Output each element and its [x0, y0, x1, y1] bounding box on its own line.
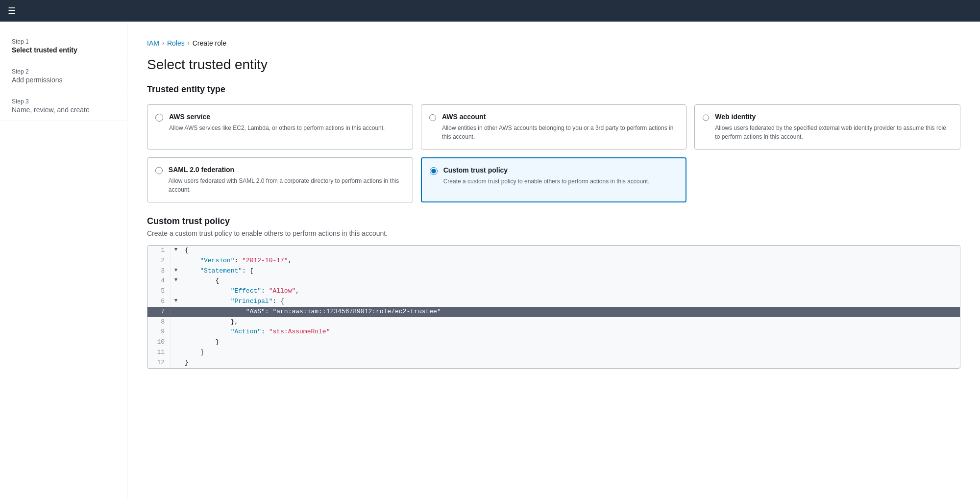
step-3-item[interactable]: Step 3 Name, review, and create: [0, 91, 127, 121]
line-code: "Principal": {: [181, 297, 288, 307]
card-aws-service-content: AWS service Allow AWS services like EC2,…: [169, 113, 385, 132]
card-aws-service-desc: Allow AWS services like EC2, Lambda, or …: [169, 124, 385, 132]
card-web-identity-title: Web identity: [715, 113, 952, 121]
breadcrumb-iam[interactable]: IAM: [147, 39, 159, 47]
radio-aws-service[interactable]: [155, 114, 163, 122]
custom-policy-section: Custom trust policy Create a custom trus…: [147, 216, 960, 369]
line-code: "AWS": "arn:aws:iam::123456789012:role/e…: [181, 307, 445, 317]
line-code: }: [181, 337, 223, 348]
step-2-num: Step 2: [12, 68, 115, 75]
entity-type-heading: Trusted entity type: [147, 84, 960, 95]
card-web-identity-content: Web identity Allows users federated by t…: [715, 113, 952, 141]
radio-aws-account[interactable]: [429, 114, 436, 122]
line-code: "Statement": [: [181, 266, 257, 276]
line-code: "Action": "sts:AssumeRole": [181, 327, 334, 337]
step-3-title: Name, review, and create: [12, 106, 115, 114]
step-1-item[interactable]: Step 1 Select trusted entity: [0, 31, 127, 61]
line-number: 7: [147, 307, 171, 317]
step-1-title: Select trusted entity: [12, 46, 115, 54]
card-saml-title: SAML 2.0 federation: [169, 166, 405, 174]
line-expand-icon[interactable]: [171, 256, 181, 266]
line-expand-icon[interactable]: [171, 317, 181, 327]
custom-policy-title: Custom trust policy: [147, 216, 960, 226]
line-expand-icon[interactable]: [171, 286, 181, 297]
code-line-5: 5 "Effect": "Allow",: [147, 286, 960, 297]
code-line-2: 2 "Version": "2012-10-17",: [147, 256, 960, 266]
code-line-3: 3▼ "Statement": [: [147, 266, 960, 276]
card-saml-desc: Allow users federated with SAML 2.0 from…: [169, 176, 405, 194]
custom-policy-desc: Create a custom trust policy to enable o…: [147, 229, 960, 237]
line-number: 2: [147, 256, 171, 266]
code-editor[interactable]: 1▼{2 "Version": "2012-10-17",3▼ "Stateme…: [147, 245, 960, 369]
line-number: 8: [147, 317, 171, 327]
line-number: 10: [147, 337, 171, 348]
step-2-item[interactable]: Step 2 Add permissions: [0, 61, 127, 91]
page-title: Select trusted entity: [147, 57, 960, 73]
line-expand-icon[interactable]: [171, 307, 181, 317]
card-aws-account-content: AWS account Allow entities in other AWS …: [442, 113, 678, 141]
line-number: 9: [147, 327, 171, 337]
step-1-num: Step 1: [12, 38, 115, 45]
line-number: 1: [147, 246, 171, 256]
line-code: {: [181, 246, 193, 256]
step-3-num: Step 3: [12, 98, 115, 105]
line-expand-icon[interactable]: ▼: [171, 276, 181, 286]
breadcrumb: IAM › Roles › Create role: [147, 33, 960, 57]
card-aws-account[interactable]: AWS account Allow entities in other AWS …: [421, 104, 687, 150]
line-code: "Version": "2012-10-17",: [181, 256, 295, 266]
card-custom-trust[interactable]: Custom trust policy Create a custom trus…: [421, 157, 687, 202]
line-code: },: [181, 317, 242, 327]
code-line-8: 8 },: [147, 317, 960, 327]
breadcrumb-current: Create role: [193, 39, 226, 47]
line-expand-icon[interactable]: [171, 348, 181, 358]
code-line-1: 1▼{: [147, 246, 960, 256]
card-custom-trust-title: Custom trust policy: [443, 166, 650, 174]
card-saml[interactable]: SAML 2.0 federation Allow users federate…: [147, 157, 413, 202]
topbar: ☰: [0, 0, 980, 22]
step-2-title: Add permissions: [12, 76, 115, 84]
card-web-identity-desc: Allows users federated by the specified …: [715, 124, 952, 141]
main-content: IAM › Roles › Create role Select trusted…: [127, 22, 980, 500]
breadcrumb-sep-1: ›: [162, 40, 164, 47]
line-number: 11: [147, 348, 171, 358]
line-expand-icon[interactable]: ▼: [171, 266, 181, 276]
line-number: 5: [147, 286, 171, 297]
breadcrumb-sep-2: ›: [188, 40, 190, 47]
card-aws-service[interactable]: AWS service Allow AWS services like EC2,…: [147, 104, 413, 150]
radio-saml[interactable]: [155, 167, 163, 175]
card-custom-trust-content: Custom trust policy Create a custom trus…: [443, 166, 650, 186]
card-web-identity[interactable]: Web identity Allows users federated by t…: [694, 104, 960, 150]
card-empty: [694, 157, 960, 202]
line-expand-icon[interactable]: [171, 327, 181, 337]
entity-cards-top: AWS service Allow AWS services like EC2,…: [147, 104, 960, 150]
hamburger-icon[interactable]: ☰: [8, 5, 16, 16]
radio-web-identity[interactable]: [703, 114, 709, 122]
card-custom-trust-desc: Create a custom trust policy to enable o…: [443, 177, 650, 186]
line-expand-icon[interactable]: ▼: [171, 246, 181, 256]
line-code: }: [181, 358, 193, 368]
card-aws-service-title: AWS service: [169, 113, 385, 121]
line-number: 3: [147, 266, 171, 276]
card-saml-content: SAML 2.0 federation Allow users federate…: [169, 166, 405, 194]
breadcrumb-roles[interactable]: Roles: [167, 39, 185, 47]
code-line-12: 12 }: [147, 358, 960, 368]
line-expand-icon[interactable]: ▼: [171, 297, 181, 307]
code-line-9: 9 "Action": "sts:AssumeRole": [147, 327, 960, 337]
card-aws-account-title: AWS account: [442, 113, 678, 121]
radio-custom-trust[interactable]: [430, 167, 438, 175]
line-number: 6: [147, 297, 171, 307]
code-line-7: 7 "AWS": "arn:aws:iam::123456789012:role…: [147, 307, 960, 317]
code-line-11: 11 ]: [147, 348, 960, 358]
line-code: "Effect": "Allow",: [181, 286, 303, 297]
line-number: 12: [147, 358, 171, 368]
line-code: ]: [181, 348, 208, 358]
line-number: 4: [147, 276, 171, 286]
code-line-6: 6▼ "Principal": {: [147, 297, 960, 307]
entity-cards-bottom: SAML 2.0 federation Allow users federate…: [147, 157, 960, 202]
line-expand-icon[interactable]: [171, 337, 181, 348]
code-line-10: 10 }: [147, 337, 960, 348]
step-navigator: Step 1 Select trusted entity Step 2 Add …: [0, 22, 127, 500]
code-line-4: 4▼ {: [147, 276, 960, 286]
line-expand-icon[interactable]: [171, 358, 181, 368]
line-code: {: [181, 276, 223, 286]
